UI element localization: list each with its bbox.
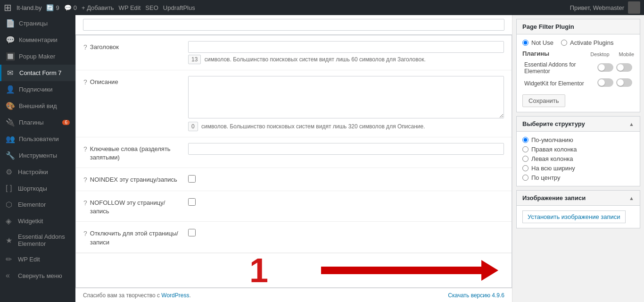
sidebar-label-contact-form: Contact Form 7	[19, 69, 62, 76]
title-help-icon[interactable]: ?	[83, 43, 87, 52]
sidebar-item-shortcodes[interactable]: [ ] Шорткоды	[0, 180, 75, 196]
toggle-knob	[617, 64, 624, 71]
sidebar-item-plugins[interactable]: 🔌 Плагины 6	[0, 114, 75, 131]
big-number: 1	[249, 253, 268, 287]
updates-item[interactable]: 🔄 9	[46, 4, 59, 11]
toggle-knob	[617, 79, 624, 86]
arrow-head-icon	[481, 260, 498, 281]
not-use-radio[interactable]	[522, 40, 528, 46]
noindex-help-icon[interactable]: ?	[83, 176, 87, 185]
appearance-icon: 🎨	[6, 101, 15, 110]
save-button[interactable]: Сохранить	[522, 94, 565, 107]
page-filter-header[interactable]: Page Filter Plugin	[517, 19, 640, 34]
updates-count: 9	[56, 4, 59, 11]
sidebar-item-collapse[interactable]: « Свернуть меню	[0, 268, 75, 284]
structure-option-4[interactable]: По центру	[522, 174, 634, 181]
sidebar-item-comments[interactable]: 💬 Комментарии	[0, 32, 75, 48]
structure-label-2: Левая колонка	[531, 155, 573, 162]
sidebar-item-subscribers[interactable]: 👤 Подписчики	[0, 81, 75, 98]
sidebar-item-popup-maker[interactable]: 🔲 Popup Maker	[0, 48, 75, 65]
sidebar-item-widgetkit[interactable]: ◈ Widgetkit	[0, 213, 75, 229]
sidebar-label-plugins: Плагины	[19, 119, 44, 126]
wpedit-item[interactable]: WP Edit	[119, 4, 141, 11]
sidebar-item-contact-form[interactable]: ✉ Contact Form 7	[0, 65, 75, 81]
sidebar-item-tools[interactable]: 🔧 Инструменты	[0, 147, 75, 164]
featured-image-header[interactable]: Изображение записи ▲	[517, 191, 640, 206]
sidebar-item-elementor[interactable]: ⬡ Elementor	[0, 196, 75, 213]
plugin2-mobile-toggle[interactable]	[616, 78, 632, 87]
sidebar-item-settings[interactable]: ⚙ Настройки	[0, 164, 75, 180]
essential-addons-icon: ★	[6, 236, 14, 245]
not-use-label: Not Use	[531, 39, 553, 46]
title-hint-text: символов. Большинство поисковых систем в…	[205, 56, 426, 63]
sidebar-label-users: Пользователи	[19, 135, 59, 143]
wp-logo-icon[interactable]: ⊞	[4, 3, 12, 12]
structure-body: По-умолчанию Правая колонка Левая колонк…	[517, 132, 640, 186]
activate-plugins-radio-label[interactable]: Activate Plugins	[561, 39, 614, 46]
footer-thanks: Спасибо вам за творчество с WordPress.	[83, 292, 191, 299]
keywords-input[interactable]	[188, 143, 504, 155]
elementor-icon: ⬡	[6, 200, 14, 209]
seo-item[interactable]: SEO	[145, 4, 158, 11]
structure-option-2[interactable]: Левая колонка	[522, 155, 634, 162]
top-input[interactable]	[83, 19, 504, 31]
noindex-checkbox[interactable]	[188, 175, 196, 183]
description-help-icon[interactable]: ?	[83, 78, 87, 87]
activate-plugins-radio[interactable]	[561, 40, 567, 46]
comments-item[interactable]: 💬 0	[64, 4, 77, 11]
sidebar-item-appearance[interactable]: 🎨 Внешний вид	[0, 98, 75, 114]
plugin1-row: Essential Addons for Elementor	[523, 60, 633, 76]
updraftplus-item[interactable]: UpdraftPlus	[163, 4, 195, 11]
nofollow-help-icon[interactable]: ?	[83, 199, 87, 208]
structure-radio-3[interactable]	[522, 165, 528, 171]
noindex-row: ? NOINDEX эту страницу/запись	[76, 168, 512, 191]
structure-radio-0[interactable]	[522, 137, 528, 143]
keywords-row: ? Ключевые слова (разделять запятыми)	[76, 137, 512, 168]
keywords-label: Ключевые слова (разделять запятыми)	[90, 145, 182, 162]
structure-option-0[interactable]: По-умолчанию	[522, 136, 634, 143]
keywords-help-icon[interactable]: ?	[83, 145, 87, 154]
structure-option-1[interactable]: Правая колонка	[522, 146, 634, 153]
plugin1-desktop-toggle[interactable]	[597, 63, 613, 72]
structure-radio-1[interactable]	[522, 146, 528, 152]
set-image-link[interactable]: Установить изображение записи	[522, 210, 626, 223]
site-link[interactable]: It-land.by	[17, 4, 41, 11]
description-textarea[interactable]	[188, 76, 504, 118]
description-char-count: 0	[188, 122, 198, 131]
collapse-icon: «	[6, 271, 14, 280]
structure-radio-4[interactable]	[522, 175, 528, 181]
version-link[interactable]: Скачать версию 4.9.6	[448, 292, 504, 299]
widgetkit-icon: ◈	[6, 217, 14, 226]
sidebar-label-elementor: Elementor	[18, 201, 46, 208]
arrow-section: 1	[76, 253, 512, 287]
plugin2-desktop-toggle[interactable]	[597, 78, 613, 87]
sidebar-label-subscribers: Подписчики	[19, 86, 53, 93]
activate-label: Activate Plugins	[570, 39, 614, 46]
disable-help-icon[interactable]: ?	[83, 229, 87, 239]
featured-image-collapse-icon: ▲	[629, 195, 634, 201]
plugin1-mobile-toggle[interactable]	[616, 63, 632, 72]
avatar[interactable]	[628, 1, 640, 14]
sidebar-item-wpedit[interactable]: ✏ WP Edit	[0, 251, 75, 268]
plugins-table-header: Плагины	[522, 50, 549, 57]
structure-radio-2[interactable]	[522, 156, 528, 162]
structure-label-3: На всю ширину	[531, 165, 575, 172]
structure-header[interactable]: Выберите структуру ▲	[517, 117, 640, 132]
nofollow-checkbox[interactable]	[188, 198, 196, 206]
sidebar-item-essential-addons[interactable]: ★ Essential Addons Elementor	[0, 229, 75, 251]
mobile-col-label: Mobile	[619, 51, 634, 57]
title-input[interactable]	[188, 41, 504, 53]
right-sidebar: Page Filter Plugin Not Use Activate Plug…	[512, 15, 644, 302]
sidebar-item-pages[interactable]: 📄 Страницы	[0, 15, 75, 32]
add-new-item[interactable]: + Добавить	[82, 4, 114, 11]
structure-option-3[interactable]: На всю ширину	[522, 165, 634, 172]
wordpress-link[interactable]: WordPress	[161, 292, 189, 299]
sidebar-item-users[interactable]: 👥 Пользователи	[0, 131, 75, 147]
top-input-row	[75, 15, 512, 35]
disable-label: Отключить для этой страницы/ записи	[90, 229, 182, 246]
featured-image-panel: Изображение записи ▲ Установить изображе…	[516, 190, 640, 228]
page-filter-title: Page Filter Plugin	[522, 23, 574, 30]
title-label: Заголовок	[90, 43, 119, 51]
disable-checkbox[interactable]	[188, 229, 196, 236]
not-use-radio-label[interactable]: Not Use	[522, 39, 553, 46]
